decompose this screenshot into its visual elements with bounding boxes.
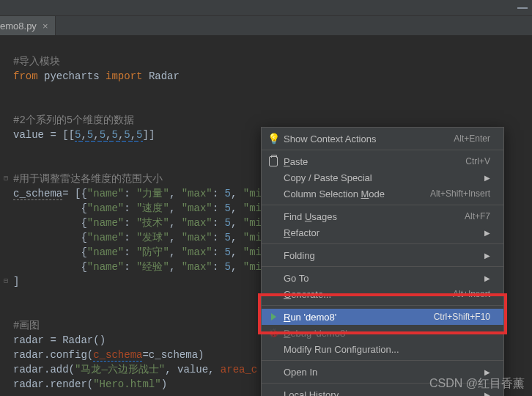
menu-item-label: Modify Run Configuration... [284,344,490,355]
menu-item[interactable]: 🐞Debug 'demo8' [262,325,503,341]
menu-item[interactable]: Refactor▶ [262,224,503,241]
code-comment: #画图 [13,320,40,331]
menu-item[interactable]: Generate...Alt+Insert [262,286,503,302]
menu-item-label: Local History [284,389,484,397]
menu-shortcut: Ctrl+V [465,156,490,166]
menu-item-label: Open In [284,367,484,378]
code-comment: #2个系列的5个维度的数据 [13,114,134,126]
menu-item[interactable]: Run 'demo8'Ctrl+Shift+F10 [262,309,503,325]
menu-item[interactable]: Copy / Paste Special▶ [262,169,503,186]
menu-separator [262,205,503,205]
context-menu: 💡Show Context ActionsAlt+EnterPasteCtrl+… [261,127,504,396]
menu-shortcut: Ctrl+Shift+F10 [434,312,490,322]
menu-separator [262,243,503,244]
close-icon[interactable]: × [43,21,48,32]
code-comment: #导入模块 [13,56,60,67]
submenu-arrow-icon: ▶ [484,391,490,397]
menu-item[interactable]: Local History▶ [262,386,503,396]
menu-item-label: Show Context Actions [284,133,454,144]
menu-item[interactable]: Find UsagesAlt+F7 [262,208,503,224]
file-tab-demo8[interactable]: emo8.py × [0,16,56,35]
menu-item[interactable]: Modify Run Configuration... [262,341,503,357]
menu-item-label: Run 'demo8' [284,312,434,323]
submenu-arrow-icon: ▶ [484,252,490,260]
tab-filename: emo8.py [0,21,37,32]
menu-item-label: Refactor [284,227,484,238]
menu-shortcut: Alt+Shift+Insert [430,188,490,199]
menu-item-label: Paste [284,156,465,167]
menu-item[interactable]: Column Selection ModeAlt+Shift+Insert [262,186,503,202]
menu-shortcut: Alt+Enter [454,133,490,144]
run-icon [267,313,279,320]
menu-separator [262,305,503,306]
menu-item-label: Go To [284,273,484,284]
fold-icon[interactable]: ⊟ [1,172,10,186]
menu-shortcut: Alt+F7 [465,211,490,221]
code-comment: #用于调整雷达各维度的范围大小 [13,173,163,185]
submenu-arrow-icon: ▶ [484,229,490,237]
menu-item[interactable]: Open In▶ [262,364,503,380]
menu-item[interactable]: Folding▶ [262,247,503,263]
window-titlebar [0,0,532,16]
menu-shortcut: Alt+Insert [453,289,490,299]
submenu-arrow-icon: ▶ [484,274,490,282]
editor-tab-bar: emo8.py × [0,16,532,35]
menu-item[interactable]: Go To▶ [262,270,503,286]
submenu-arrow-icon: ▶ [484,368,490,376]
fold-icon[interactable]: ⊟ [1,274,10,289]
menu-separator [262,383,503,384]
menu-item[interactable]: PasteCtrl+V [262,153,503,169]
menu-item-label: Generate... [284,289,453,300]
menu-separator [262,360,503,361]
menu-item-label: Column Selection Mode [284,188,430,199]
menu-separator [262,150,503,150]
menu-item-label: Debug 'demo8' [284,328,490,339]
menu-separator [262,266,503,267]
menu-item[interactable]: 💡Show Context ActionsAlt+Enter [262,131,503,147]
menu-item-label: Folding [284,250,484,261]
submenu-arrow-icon: ▶ [484,174,490,182]
menu-item-label: Copy / Paste Special [284,172,484,183]
clipboard-icon [267,156,279,166]
minimize-icon[interactable] [517,3,528,13]
debug-icon: 🐞 [267,328,279,338]
menu-item-label: Find Usages [284,211,465,222]
bulb-icon: 💡 [267,133,279,144]
